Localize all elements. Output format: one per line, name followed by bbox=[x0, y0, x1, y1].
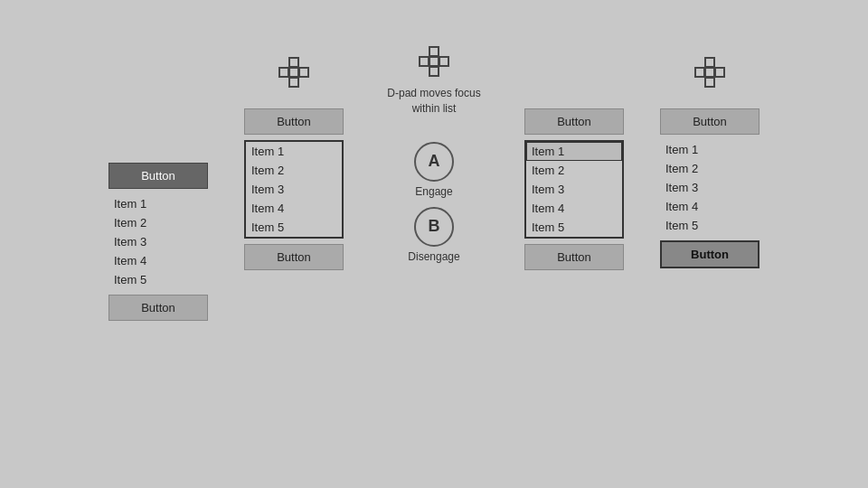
list-item[interactable]: Item 3 bbox=[526, 180, 622, 199]
list-item[interactable]: Item 3 bbox=[246, 180, 342, 199]
list-item[interactable]: Item 1 bbox=[246, 142, 342, 161]
svg-rect-5 bbox=[429, 47, 439, 56]
col4-list: Item 1 Item 2 Item 3 Item 4 Item 5 bbox=[660, 140, 760, 235]
svg-rect-12 bbox=[695, 68, 704, 77]
disengage-group: B Disengage bbox=[408, 207, 459, 263]
list-item[interactable]: Item 2 bbox=[526, 161, 622, 180]
list-item[interactable]: Item 3 bbox=[108, 232, 208, 251]
col1-list: Item 1 Item 2 Item 3 Item 4 Item 5 bbox=[108, 194, 208, 289]
list-item[interactable]: Item 2 bbox=[108, 213, 208, 232]
svg-rect-4 bbox=[289, 68, 298, 77]
col3-button-top[interactable]: Button bbox=[524, 108, 624, 135]
list-item[interactable]: Item 2 bbox=[246, 161, 342, 180]
list-item[interactable]: Item 5 bbox=[246, 218, 342, 237]
svg-rect-11 bbox=[705, 78, 714, 87]
svg-rect-14 bbox=[705, 68, 714, 77]
list-item[interactable]: Item 4 bbox=[526, 199, 622, 218]
list-item[interactable]: Item 1 bbox=[660, 140, 760, 159]
svg-rect-1 bbox=[289, 78, 298, 87]
list-item[interactable]: Item 5 bbox=[526, 218, 622, 237]
svg-rect-8 bbox=[439, 57, 448, 66]
col2-button-bottom[interactable]: Button bbox=[244, 244, 344, 270]
column-3: Button Item 1 Item 2 Item 3 Item 4 Item … bbox=[506, 36, 642, 274]
svg-rect-9 bbox=[429, 57, 439, 66]
col3-list: Item 1 Item 2 Item 3 Item 4 Item 5 bbox=[524, 140, 624, 239]
list-item[interactable]: Item 3 bbox=[660, 178, 760, 197]
list-item-focused[interactable]: Item 1 bbox=[526, 142, 622, 161]
engage-label: Engage bbox=[415, 185, 452, 198]
list-item[interactable]: Item 4 bbox=[246, 199, 342, 218]
col4-dpad-icon bbox=[693, 56, 726, 89]
column-4: Button Item 1 Item 2 Item 3 Item 4 Item … bbox=[642, 36, 778, 272]
col3-button-bottom[interactable]: Button bbox=[524, 244, 624, 270]
circle-b: B bbox=[414, 207, 454, 247]
center-info-panel: D-pad moves focus within list A Engage B… bbox=[362, 36, 506, 263]
col4-button-top[interactable]: Button bbox=[660, 108, 760, 135]
list-item[interactable]: Item 5 bbox=[108, 270, 208, 289]
svg-rect-0 bbox=[289, 58, 298, 67]
dpad-description: D-pad moves focus within list bbox=[387, 86, 480, 117]
list-item[interactable]: Item 5 bbox=[660, 216, 760, 235]
list-item[interactable]: Item 4 bbox=[660, 197, 760, 216]
circle-a: A bbox=[414, 142, 454, 182]
svg-rect-13 bbox=[715, 68, 724, 77]
list-item[interactable]: Item 1 bbox=[108, 194, 208, 213]
main-container: Button Item 1 Item 2 Item 3 Item 4 Item … bbox=[0, 0, 868, 488]
column-2: Button Item 1 Item 2 Item 3 Item 4 Item … bbox=[226, 36, 362, 274]
dpad-icon bbox=[278, 56, 310, 89]
column-1: Button Item 1 Item 2 Item 3 Item 4 Item … bbox=[90, 36, 226, 324]
svg-rect-2 bbox=[279, 68, 288, 77]
col1-button-bottom[interactable]: Button bbox=[108, 295, 208, 321]
center-dpad-icon bbox=[418, 45, 450, 78]
col4-button-bottom[interactable]: Button bbox=[660, 240, 760, 268]
col2-button-top[interactable]: Button bbox=[244, 108, 344, 135]
disengage-label: Disengage bbox=[408, 250, 459, 263]
svg-rect-3 bbox=[299, 68, 308, 77]
list-item[interactable]: Item 4 bbox=[108, 251, 208, 270]
col2-list: Item 1 Item 2 Item 3 Item 4 Item 5 bbox=[244, 140, 344, 239]
col1-button-top[interactable]: Button bbox=[108, 163, 208, 189]
list-item[interactable]: Item 2 bbox=[660, 159, 760, 178]
svg-rect-6 bbox=[429, 67, 439, 76]
svg-rect-7 bbox=[420, 57, 429, 66]
engage-group: A Engage bbox=[414, 142, 454, 198]
svg-rect-10 bbox=[705, 58, 714, 67]
